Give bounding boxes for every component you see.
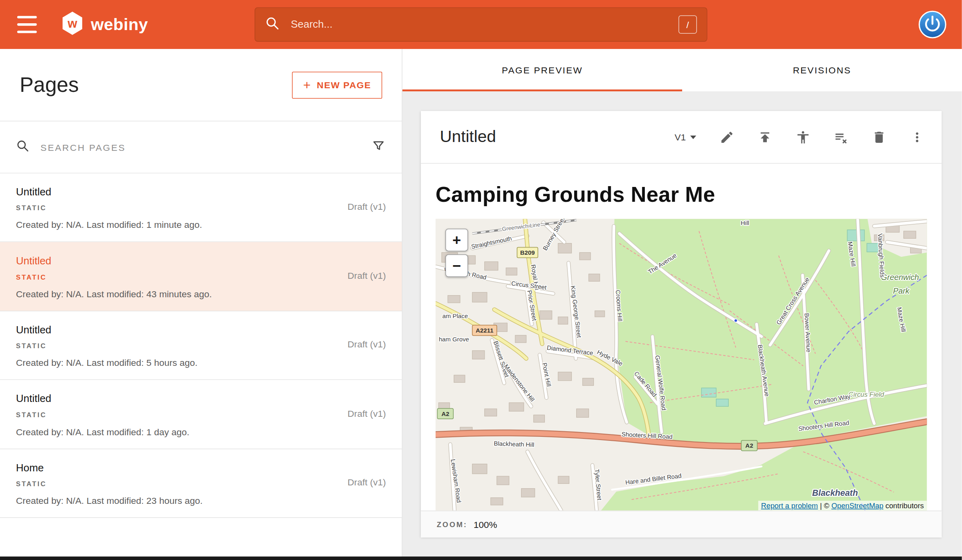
search-shortcut-hint: / (679, 15, 697, 34)
tab-revisions[interactable]: REVISIONS (682, 49, 962, 91)
page-item-title: Untitled (16, 255, 51, 268)
page-list-item[interactable]: Untitled STATIC Draft (v1) Created by: N… (0, 173, 402, 242)
map-location-dot (734, 319, 738, 322)
openstreetmap-link[interactable]: OpenStreetMap (832, 501, 883, 510)
pages-search-input[interactable] (41, 142, 360, 152)
preview-tabs: PAGE PREVIEW REVISIONS (402, 49, 962, 91)
trash-icon (872, 130, 887, 144)
page-item-type: STATIC (16, 411, 51, 418)
new-page-button[interactable]: + NEW PAGE (292, 71, 382, 98)
app-window: w webiny / Pages (0, 0, 962, 560)
zoom-label: ZOOM: (437, 520, 467, 528)
svg-text:A2: A2 (441, 410, 449, 417)
page-row-titles: Home STATIC (16, 462, 47, 487)
attribution-separator: | © (818, 501, 832, 510)
card-title: Untitled (440, 128, 496, 146)
card-body: Camping Grounds Near Me (421, 164, 942, 511)
road-badge-a2211: A2211 (472, 325, 497, 336)
map-zoom-controls: + − (445, 229, 468, 277)
version-label: V1 (675, 132, 686, 142)
tab-page-preview[interactable]: PAGE PREVIEW (402, 49, 682, 91)
page-item-status: Draft (v1) (348, 339, 386, 349)
pencil-icon (719, 130, 734, 144)
page-row-titles: Untitled STATIC (16, 324, 51, 349)
page-row-titles: Untitled STATIC (16, 186, 51, 211)
tab-revisions-label: REVISIONS (793, 65, 851, 75)
unpublish-button[interactable] (834, 130, 848, 144)
pages-panel-header: Pages + NEW PAGE (0, 49, 402, 121)
page-row-top: Untitled STATIC Draft (v1) (16, 255, 386, 280)
plus-icon: + (303, 79, 311, 91)
pages-search-row (0, 121, 402, 173)
page-item-title: Untitled (16, 393, 51, 406)
map-label-blackheath: Blackheath (812, 488, 858, 498)
map-canvas[interactable]: B209 A2211 A2 (436, 219, 927, 510)
page-list-item-selected[interactable]: Untitled STATIC Draft (v1) Created by: N… (0, 242, 402, 311)
page-row-titles: Untitled STATIC (16, 255, 51, 280)
webiny-logo-icon: w (61, 11, 84, 38)
report-problem-link[interactable]: Report a problem (761, 501, 818, 510)
svg-text:A2211: A2211 (476, 327, 494, 334)
map-label-greenwich: Greenwich (881, 273, 919, 282)
page-item-status: Draft (v1) (348, 477, 386, 487)
svg-text:B209: B209 (520, 249, 534, 256)
chevron-down-icon (690, 135, 696, 139)
svg-text:A2: A2 (745, 442, 753, 449)
page-preview-card: Untitled V1 (421, 111, 942, 538)
page-item-type: STATIC (16, 273, 51, 280)
brand-name: webiny (91, 15, 148, 34)
publish-icon (758, 130, 772, 144)
more-options-button[interactable] (910, 130, 925, 144)
page-item-meta: Created by: N/A. Last modified: 43 minut… (16, 288, 386, 299)
page-list-item[interactable]: Untitled STATIC Draft (v1) Created by: N… (0, 380, 402, 449)
page-item-title: Home (16, 462, 47, 474)
page-item-meta: Created by: N/A. Last modified: 1 minute… (16, 220, 386, 230)
page-row-top: Home STATIC Draft (v1) (16, 462, 386, 487)
page-list: Untitled STATIC Draft (v1) Created by: N… (0, 173, 402, 518)
publish-button[interactable] (758, 130, 772, 144)
road-badge-a2-east: A2 (741, 440, 757, 451)
map-label-am-place: am Place (442, 312, 468, 319)
user-avatar[interactable] (918, 10, 946, 39)
search-icon (16, 139, 30, 155)
card-header: Untitled V1 (421, 111, 942, 164)
page-list-item[interactable]: Untitled STATIC Draft (v1) Created by: N… (0, 311, 402, 380)
menu-button[interactable] (17, 16, 37, 33)
page-item-title: Untitled (16, 324, 51, 337)
playlist-remove-icon (834, 130, 848, 144)
main-layout: Pages + NEW PAGE U (0, 49, 962, 560)
search-icon (265, 16, 280, 33)
page-row-top: Untitled STATIC Draft (v1) (16, 324, 386, 349)
page-row-top: Untitled STATIC Draft (v1) (16, 186, 386, 211)
new-page-label: NEW PAGE (317, 80, 371, 90)
page-item-meta: Created by: N/A. Last modified: 5 hours … (16, 357, 386, 368)
zoom-value: 100% (474, 519, 497, 530)
map-label-park: Park (893, 286, 910, 295)
map-label-blackheath-hill: Blackheath Hill (494, 440, 534, 448)
page-item-type: STATIC (16, 480, 47, 487)
person-icon (796, 130, 811, 144)
page-item-type: STATIC (16, 342, 51, 349)
page-item-type: STATIC (16, 204, 51, 211)
map-zoom-in-button[interactable]: + (445, 229, 468, 252)
map[interactable]: B209 A2211 A2 (436, 219, 927, 510)
request-review-button[interactable] (796, 130, 811, 144)
road-badge-b209: B209 (517, 248, 538, 258)
page-content-heading: Camping Grounds Near Me (436, 182, 927, 207)
preview-content: Untitled V1 (402, 91, 962, 560)
page-row-titles: Untitled STATIC (16, 393, 51, 418)
delete-button[interactable] (872, 130, 887, 144)
page-item-meta: Created by: N/A. Last modified: 1 day ag… (16, 426, 386, 437)
global-search[interactable]: / (255, 7, 707, 42)
map-zoom-out-button[interactable]: − (445, 254, 468, 277)
filter-icon[interactable] (371, 138, 386, 156)
version-dropdown[interactable]: V1 (675, 132, 696, 142)
bottom-edge-bar (0, 556, 962, 560)
edit-button[interactable] (719, 130, 734, 144)
topbar: w webiny / (0, 0, 962, 49)
brand[interactable]: w webiny (61, 11, 148, 38)
preview-area: PAGE PREVIEW REVISIONS Untitled V1 (402, 49, 962, 560)
global-search-input[interactable] (291, 18, 679, 31)
tab-page-preview-label: PAGE PREVIEW (502, 65, 583, 75)
page-list-item[interactable]: Home STATIC Draft (v1) Created by: N/A. … (0, 449, 402, 518)
